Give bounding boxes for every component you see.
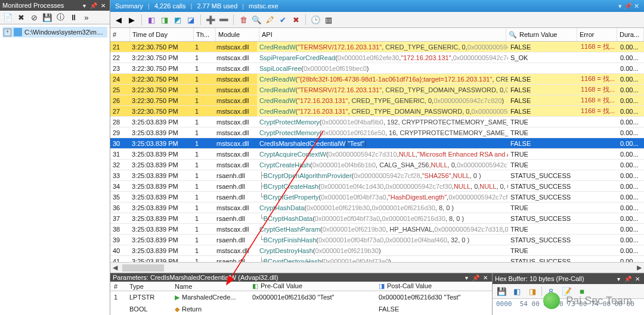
grid-row[interactable]: 213:22:30.750 PM1mstscax.dllCredReadW ( …	[110, 42, 644, 52]
dropdown-icon[interactable]: ▾ 📌 ✕	[618, 2, 639, 10]
dropdown-icon[interactable]: ▾	[462, 273, 470, 282]
view-green-icon[interactable]: ◨	[159, 14, 171, 26]
params-header[interactable]: # Type Name ◧Pre-Call Value ◨Post-Call V…	[110, 282, 492, 291]
cell-duration: 0.00...	[618, 52, 644, 63]
more-icon[interactable]: »	[81, 12, 92, 23]
col-error[interactable]: Error	[577, 28, 617, 41]
cell-module: mstscax.dll	[214, 127, 257, 138]
expand-icon[interactable]: +	[4, 29, 11, 36]
highlight-icon[interactable]: 🖍	[264, 14, 275, 26]
cell-module: mstscax.dll	[214, 149, 257, 159]
byte-icon[interactable]: 8	[544, 285, 558, 297]
grid-row[interactable]: 243:22:30.750 PM1mstscax.dllCredReadW ( …	[110, 74, 644, 85]
dropdown-icon[interactable]: ▾	[80, 1, 88, 10]
grid-row[interactable]: 393:25:03.839 PM1rsaenh.dll └ BCryptFini…	[110, 235, 644, 245]
grid-header[interactable]: # Time of Day Th... Module API 🔍Return V…	[110, 28, 644, 42]
grid-row[interactable]: 283:25:03.839 PM1mstscax.dllCryptProtect…	[110, 117, 644, 127]
cell-error	[578, 127, 618, 138]
col-index[interactable]: #	[110, 28, 130, 41]
bottom-split: Parameters: CredIsMarshaledCredentialW (…	[110, 273, 644, 315]
scroll-thumb[interactable]	[122, 264, 164, 272]
grid-row[interactable]: 273:22:30.750 PM1mstscax.dllCredReadW ( …	[110, 106, 644, 117]
sidebar-title: Monitored Processes	[2, 2, 64, 9]
col-module[interactable]: Module	[216, 28, 259, 41]
params-body[interactable]: 1LPTSTR▶MarshaledCrede...0x000001e0f6216…	[110, 291, 492, 315]
summary-mem: 2.77 MB used	[197, 2, 237, 10]
back-icon[interactable]: ◀	[113, 14, 125, 26]
pin-icon[interactable]: 📌	[472, 273, 480, 282]
view-blue-icon[interactable]: ◪	[185, 14, 197, 26]
pin-icon[interactable]: 📌	[624, 275, 632, 283]
trash-icon[interactable]: 🗑	[237, 14, 249, 26]
pcol-idx[interactable]: #	[110, 283, 126, 290]
close-icon[interactable]: ✕	[481, 273, 490, 282]
expand-tree-icon[interactable]: ➕	[205, 14, 216, 26]
info-icon[interactable]: ⓘ	[55, 12, 66, 23]
grid-row[interactable]: 403:25:03.839 PM1mstscax.dllCryptDestroy…	[110, 245, 644, 256]
clock-icon[interactable]: 🕒	[309, 14, 321, 26]
pcol-name[interactable]: Name	[171, 283, 249, 290]
pcol-post[interactable]: ◨Post-Call Value	[375, 282, 492, 290]
grid-row[interactable]: 263:22:30.750 PM1mstscax.dllCredReadW ( …	[110, 95, 644, 106]
grid-row[interactable]: 293:25:03.839 PM1mstscax.dllCryptProtect…	[110, 127, 644, 138]
collapse-tree-icon[interactable]: ➖	[218, 14, 230, 26]
horizontal-scrollbar[interactable]: ◀ ▶	[110, 262, 644, 273]
grid-row[interactable]: 223:22:30.750 PM1mstscax.dllSspiPrepareF…	[110, 52, 644, 63]
col-thread[interactable]: Th...	[194, 28, 216, 41]
cell-module: mstscax.dll	[214, 160, 257, 170]
col-api[interactable]: API	[259, 28, 506, 41]
grid-row[interactable]: 233:22:30.750 PM1mstscax.dllSspiLocalFre…	[110, 63, 644, 74]
save-icon[interactable]: 💾	[42, 12, 52, 23]
hex-mode-icon[interactable]: ◨	[526, 285, 539, 297]
scroll-right-icon[interactable]: ▶	[634, 263, 644, 273]
grid-row[interactable]: 373:25:03.839 PM1rsaenh.dll └ BCryptHash…	[110, 213, 644, 224]
process-tree-item[interactable]: + C:\Windows\system32\mstsc.exe	[2, 27, 107, 38]
close-icon[interactable]: ✕	[633, 275, 642, 283]
find-icon[interactable]: 🔍	[250, 14, 262, 26]
grid-row[interactable]: 383:25:03.839 PM1mstscax.dllCryptGetHash…	[110, 224, 644, 235]
pcol-pre[interactable]: ◧Pre-Call Value	[249, 282, 375, 290]
cell-error: 1168 = 找...	[578, 74, 618, 84]
col-return[interactable]: 🔍Return Value	[506, 28, 577, 41]
forward-icon[interactable]: ▶	[126, 14, 138, 26]
colorize-icon[interactable]: ■	[575, 285, 589, 297]
pause-icon[interactable]: ⏸	[68, 12, 79, 23]
grid-row[interactable]: 363:25:03.839 PM1mstscax.dllCryptHashDat…	[110, 202, 644, 213]
grid-body[interactable]: 213:22:30.750 PM1mstscax.dllCredReadW ( …	[110, 42, 644, 262]
hex-body[interactable]: 0000 54 00 65 00 73 00 74 00 00 00	[493, 299, 644, 309]
view-purple-icon[interactable]: ◧	[145, 14, 157, 26]
annotate-icon[interactable]: 📝	[560, 285, 573, 297]
grid-row[interactable]: 343:25:03.839 PM1rsaenh.dll ├ BCryptCrea…	[110, 181, 644, 192]
cell-index: 26	[110, 95, 129, 105]
close-icon[interactable]: ✕	[99, 1, 107, 10]
param-row[interactable]: BOOL◆ReturnFALSE	[110, 303, 492, 315]
grid-row[interactable]: 333:25:03.839 PM1rsaenh.dll ├ BCryptOpen…	[110, 170, 644, 181]
pcol-type[interactable]: Type	[126, 283, 171, 290]
dropdown-icon[interactable]: ▾	[614, 275, 623, 283]
hex-save-icon[interactable]: 💾	[495, 285, 508, 297]
hex-view-icon[interactable]: ◧	[510, 285, 524, 297]
cell-thread: 1	[193, 170, 214, 180]
filter-icon[interactable]: ▥	[323, 14, 335, 26]
cross-icon[interactable]: ✖	[290, 14, 302, 26]
cell-time: 3:22:30.750 PM	[129, 74, 193, 84]
col-duration[interactable]: Dura...	[617, 28, 644, 41]
grid-row[interactable]: 323:25:03.839 PM1mstscax.dllCryptCreateH…	[110, 160, 644, 170]
delete-icon[interactable]: ✖	[16, 12, 26, 23]
cell-duration: 0.00...	[618, 42, 644, 52]
grid-row[interactable]: 413:25:03.839 PM1rsaenh.dll └ BCryptDest…	[110, 256, 644, 262]
grid-row[interactable]: 303:25:03.839 PM1mstscax.dllCredIsMarsha…	[110, 138, 644, 149]
grid-row[interactable]: 253:22:30.750 PM1mstscax.dllCredReadW ( …	[110, 85, 644, 95]
cell-thread: 1	[193, 117, 214, 127]
pin-icon[interactable]: 📌	[89, 1, 98, 10]
grid-row[interactable]: 313:25:03.839 PM1mstscax.dllCryptAcquire…	[110, 149, 644, 160]
clear-icon[interactable]: ⊘	[29, 12, 39, 23]
grid-row[interactable]: 353:25:03.839 PM1rsaenh.dll └ BCryptGetP…	[110, 192, 644, 202]
new-icon[interactable]: 📄	[2, 12, 13, 23]
separator: |	[148, 2, 150, 10]
col-time[interactable]: Time of Day	[130, 28, 194, 41]
marker-icon[interactable]: ✔	[277, 14, 289, 26]
view-cyan-icon[interactable]: ◩	[172, 14, 184, 26]
param-row[interactable]: 1LPTSTR▶MarshaledCrede...0x000001e0f6216…	[110, 291, 492, 303]
scroll-left-icon[interactable]: ◀	[110, 263, 120, 273]
